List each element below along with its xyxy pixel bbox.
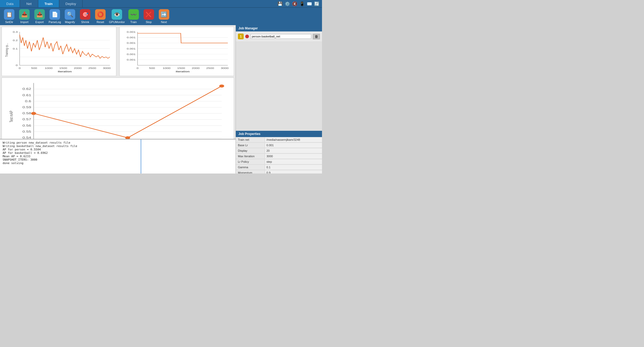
train-label: Train: [130, 20, 137, 24]
svg-text:0.3: 0.3: [13, 30, 18, 33]
shrink-button[interactable]: 🎯 Shrink: [79, 9, 92, 24]
svg-text:0.57: 0.57: [23, 118, 31, 121]
svg-text:0: 0: [16, 64, 18, 67]
prop-momentum-value[interactable]: [265, 170, 322, 174]
job-properties: Train net Base Lr Display Max Iteration …: [236, 137, 322, 174]
stop-icon: ❌: [144, 9, 154, 20]
import-button[interactable]: 📥 Import: [18, 9, 31, 24]
prop-gamma: Gamma: [236, 165, 322, 170]
prop-max-iter-value[interactable]: [265, 154, 322, 159]
content-area: 0.3 0.2 0.1 0 0 500 1000 1500 2000 2500 …: [0, 25, 236, 174]
svg-text:1000: 1000: [45, 67, 53, 69]
prop-gamma-value[interactable]: [265, 165, 322, 170]
svg-text:2000: 2000: [74, 67, 82, 69]
svg-text:Iteration: Iteration: [176, 70, 189, 73]
export-label: Export: [35, 20, 44, 24]
prop-base-lr-label: Base Lr: [236, 143, 265, 148]
svg-text:Training rp...: Training rp...: [4, 43, 8, 57]
next-label: Next: [161, 20, 167, 24]
prop-train-net-label: Train net: [236, 137, 265, 142]
console-divider: [141, 139, 141, 174]
svg-point-67: [219, 84, 224, 88]
console-line-2: Writing basketball new_dataset results f…: [3, 144, 233, 148]
svg-text:0.62: 0.62: [23, 88, 31, 91]
svg-text:2500: 2500: [206, 67, 214, 69]
prop-max-iter: Max Iteration: [236, 154, 322, 159]
job-manager-space: [236, 41, 322, 131]
console-line-6: SNAPSHOT_ITERS: 3000: [3, 158, 233, 161]
next-button[interactable]: ➡️ Next: [157, 9, 171, 24]
prop-gamma-label: Gamma: [236, 165, 265, 170]
next-icon: ➡️: [159, 9, 169, 20]
svg-text:0.6: 0.6: [25, 100, 31, 103]
tab-data[interactable]: Data: [0, 0, 20, 7]
svg-text:0.001: 0.001: [127, 41, 135, 44]
svg-text:0.54: 0.54: [23, 136, 31, 139]
tab-train[interactable]: Train: [38, 0, 59, 7]
train-button[interactable]: 〰️ Train: [127, 9, 140, 24]
svg-text:2000: 2000: [192, 67, 200, 69]
console-line-5: Mean AP = 0.6233: [3, 155, 233, 158]
prop-display-label: Display: [236, 148, 265, 153]
magnify-button[interactable]: 🔍 Magnify: [63, 9, 77, 24]
import-label: Import: [20, 20, 28, 24]
svg-text:0.001: 0.001: [127, 30, 135, 33]
parselog-button[interactable]: 📄 ParseLog: [48, 9, 61, 24]
gpumonitor-icon: 👁️: [112, 9, 122, 20]
console-line-3: AP for person = 0.5504: [3, 148, 233, 151]
prop-display-value[interactable]: [265, 148, 322, 153]
svg-text:3000: 3000: [103, 67, 111, 69]
console-line-1: Writing person new_dataset results file: [3, 141, 233, 144]
svg-text:Test mAP: Test mAP: [9, 111, 14, 122]
job-status-indicator: [245, 35, 249, 38]
job-manager: 1 🗑: [236, 31, 322, 41]
charts-area: 0.3 0.2 0.1 0 0 500 1000 1500 2000 2500 …: [0, 25, 236, 139]
svg-text:0.2: 0.2: [13, 39, 18, 42]
export-icon: 📤: [34, 9, 45, 20]
svg-text:0.001: 0.001: [127, 36, 135, 39]
job-name-input[interactable]: [250, 34, 311, 39]
reset-label: Reset: [97, 20, 104, 24]
mute-icon[interactable]: 🔇: [292, 1, 297, 6]
test-map-chart: 0.62 0.61 0.6 0.59 0.58 0.57 0.56 0.55 0…: [2, 78, 234, 139]
setdir-button[interactable]: 📋 SetDir: [3, 9, 16, 24]
training-rp-chart: 0.3 0.2 0.1 0 0 500 1000 1500 2000 2500 …: [2, 27, 116, 76]
svg-text:0.1: 0.1: [13, 47, 18, 50]
gpumonitor-button[interactable]: 👁️ GPUMonitor: [109, 9, 125, 24]
shrink-icon: 🎯: [80, 9, 90, 20]
setdir-icon: 📋: [4, 9, 14, 20]
delete-job-button[interactable]: 🗑: [313, 34, 320, 39]
stop-button[interactable]: ❌ Stop: [142, 9, 155, 24]
svg-text:0.001: 0.001: [127, 47, 135, 50]
refresh-icon[interactable]: 🔄: [314, 1, 319, 6]
save-icon[interactable]: 💾: [277, 1, 283, 6]
stop-label: Stop: [146, 20, 152, 24]
svg-text:0.58: 0.58: [23, 112, 31, 115]
tab-net[interactable]: Net: [20, 0, 38, 7]
job-number: 1: [238, 34, 244, 39]
svg-text:500: 500: [31, 67, 37, 69]
main-area: 0.3 0.2 0.1 0 0 500 1000 1500 2000 2500 …: [0, 25, 322, 174]
prop-train-net-value[interactable]: [265, 137, 322, 142]
settings-icon[interactable]: ⚙️: [285, 1, 290, 6]
top-nav: Data Net Train Deploy 💾 ⚙️ 🔇 📱 ✉️ 🔄: [0, 0, 322, 7]
mobile-icon[interactable]: 📱: [299, 1, 305, 6]
export-button[interactable]: 📤 Export: [33, 9, 46, 24]
mail-icon[interactable]: ✉️: [307, 1, 312, 6]
prop-base-lr-value[interactable]: [265, 143, 322, 148]
job-manager-title: Job Manager: [236, 25, 322, 31]
tab-deploy[interactable]: Deploy: [59, 0, 83, 7]
reset-icon: ⭕: [95, 9, 106, 20]
prop-base-lr: Base Lr: [236, 143, 322, 148]
magnify-label: Magnify: [65, 20, 75, 24]
svg-text:1000: 1000: [162, 67, 171, 69]
prop-lr-policy-value[interactable]: [265, 159, 322, 164]
prop-display: Display: [236, 148, 322, 154]
parselog-icon: 📄: [50, 9, 60, 20]
svg-text:0.55: 0.55: [23, 130, 31, 133]
svg-text:0: 0: [19, 67, 21, 69]
reset-button[interactable]: ⭕ Reset: [94, 9, 107, 24]
sidebar: Job Manager 1 🗑 Job Properties Train net…: [236, 25, 322, 174]
svg-text:0.61: 0.61: [23, 94, 31, 97]
svg-text:0.001: 0.001: [127, 53, 135, 56]
